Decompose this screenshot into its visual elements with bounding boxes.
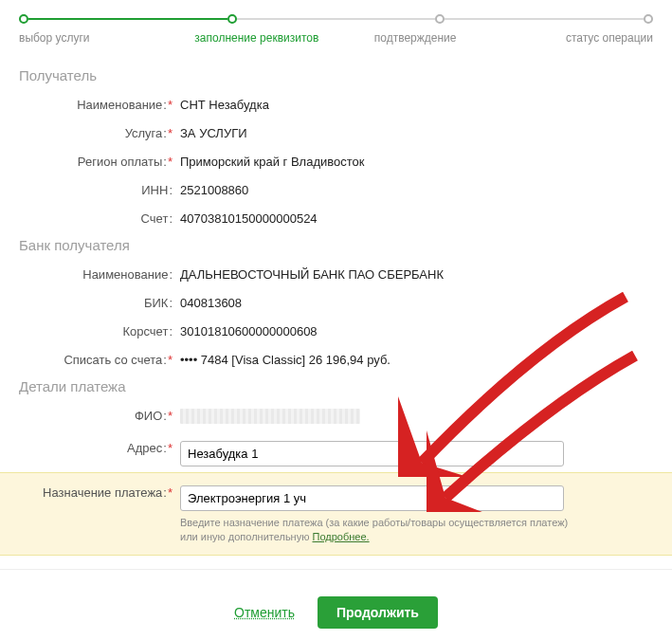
cancel-button[interactable]: Отменить bbox=[234, 605, 295, 620]
label-inn: ИНН: bbox=[19, 180, 180, 197]
fio-redacted bbox=[180, 409, 360, 424]
row-bank-name: Наименование: ДАЛЬНЕВОСТОЧНЫЙ БАНК ПАО С… bbox=[0, 259, 672, 287]
row-recipient-name: Наименование:* СНТ Незабудка bbox=[0, 89, 672, 118]
label-address: Адрес:* bbox=[19, 438, 180, 455]
step-node-1 bbox=[19, 14, 28, 24]
recipient-section-title: Получатель bbox=[0, 62, 672, 89]
step-line-2 bbox=[237, 18, 436, 20]
step-line-3 bbox=[445, 18, 644, 20]
form-actions: Отменить Продолжить bbox=[0, 569, 672, 640]
row-bik: БИК: 040813608 bbox=[0, 287, 672, 316]
stepper-labels: выбор услуги заполнение реквизитов подтв… bbox=[0, 31, 672, 62]
value-from-account: •••• 7484 [Visa Classic] 26 196,94 руб. bbox=[180, 350, 653, 367]
row-purpose: Назначение платежа:* Введите назначение … bbox=[0, 472, 672, 556]
step-node-3 bbox=[435, 14, 445, 24]
row-account: Счет: 40703810150000000524 bbox=[0, 203, 672, 231]
value-service: ЗА УСЛУГИ bbox=[180, 123, 653, 140]
value-bik: 040813608 bbox=[180, 293, 653, 310]
row-service: Услуга:* ЗА УСЛУГИ bbox=[0, 118, 672, 146]
value-inn: 2521008860 bbox=[180, 180, 653, 197]
step-label-2[interactable]: заполнение реквизитов bbox=[177, 31, 336, 45]
progress-stepper bbox=[0, 0, 672, 31]
purpose-hint: Введите назначение платежа (за какие раб… bbox=[180, 516, 578, 545]
label-recipient-name: Наименование:* bbox=[19, 95, 180, 112]
row-fio: ФИО:* bbox=[0, 400, 672, 432]
label-purpose: Назначение платежа:* bbox=[19, 483, 180, 500]
step-label-3[interactable]: подтверждение bbox=[336, 31, 495, 45]
label-bank-name: Наименование: bbox=[19, 265, 180, 282]
address-input[interactable] bbox=[180, 441, 564, 466]
label-korschet: Корсчет: bbox=[19, 321, 180, 338]
value-korschet: 30101810600000000608 bbox=[180, 321, 653, 338]
purpose-input[interactable] bbox=[180, 485, 564, 511]
details-section-title: Детали платежа bbox=[0, 373, 672, 400]
row-from-account: Списать со счета:* •••• 7484 [Visa Class… bbox=[0, 344, 672, 373]
bank-section-title: Банк получателя bbox=[0, 231, 672, 259]
value-fio bbox=[180, 406, 653, 427]
step-node-2 bbox=[227, 14, 237, 24]
step-label-4[interactable]: статус операции bbox=[495, 31, 653, 45]
value-bank-name: ДАЛЬНЕВОСТОЧНЫЙ БАНК ПАО СБЕРБАНК bbox=[180, 265, 653, 282]
label-account: Счет: bbox=[19, 209, 180, 226]
row-address: Адрес:* bbox=[0, 432, 672, 472]
label-bik: БИК: bbox=[19, 293, 180, 310]
row-region: Регион оплаты:* Приморский край г Владив… bbox=[0, 146, 672, 174]
value-recipient-name: СНТ Незабудка bbox=[180, 95, 653, 112]
label-region: Регион оплаты:* bbox=[19, 152, 180, 169]
step-node-4 bbox=[644, 14, 653, 24]
row-korschet: Корсчет: 30101810600000000608 bbox=[0, 316, 672, 344]
step-label-1[interactable]: выбор услуги bbox=[19, 31, 177, 45]
label-service: Услуга:* bbox=[19, 123, 180, 140]
value-region: Приморский край г Владивосток bbox=[180, 152, 653, 169]
value-purpose-wrap: Введите назначение платежа (за какие раб… bbox=[180, 483, 653, 545]
row-inn: ИНН: 2521008860 bbox=[0, 174, 672, 203]
label-fio: ФИО:* bbox=[19, 406, 180, 423]
continue-button[interactable]: Продолжить bbox=[318, 596, 438, 629]
purpose-more-link[interactable]: Подробнее. bbox=[313, 531, 370, 542]
value-account: 40703810150000000524 bbox=[180, 209, 653, 226]
label-from-account: Списать со счета:* bbox=[19, 350, 180, 367]
step-line-1 bbox=[28, 18, 227, 20]
value-address-wrap bbox=[180, 438, 653, 466]
